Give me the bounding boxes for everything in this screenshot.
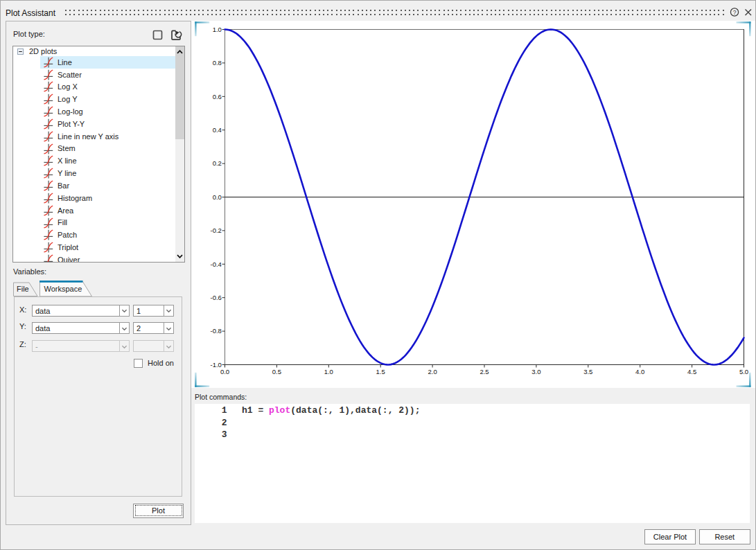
svg-text:0.0: 0.0 [213, 193, 222, 201]
svg-text:3.5: 3.5 [583, 368, 592, 375]
svg-text:0.6: 0.6 [213, 93, 222, 100]
svg-text:-0.8: -0.8 [211, 327, 222, 335]
svg-text:4.0: 4.0 [635, 368, 644, 375]
svg-text:-0.4: -0.4 [211, 260, 222, 268]
svg-text:0.2: 0.2 [213, 159, 222, 167]
svg-text:?: ? [733, 9, 737, 16]
svg-text:5.0: 5.0 [739, 368, 748, 375]
svg-text:-0.6: -0.6 [211, 294, 222, 301]
svg-text:4.5: 4.5 [687, 368, 696, 375]
svg-text:3.0: 3.0 [531, 368, 540, 375]
svg-text:0.0: 0.0 [220, 368, 229, 375]
svg-text:1.0: 1.0 [324, 368, 333, 375]
svg-text:0.8: 0.8 [213, 59, 222, 66]
svg-text:0.5: 0.5 [272, 368, 281, 375]
svg-text:2.0: 2.0 [428, 368, 437, 375]
svg-text:1.5: 1.5 [376, 368, 385, 375]
svg-text:1.0: 1.0 [213, 26, 222, 33]
svg-text:2.5: 2.5 [480, 368, 489, 375]
svg-text:-0.2: -0.2 [211, 227, 222, 234]
svg-text:0.4: 0.4 [213, 126, 222, 134]
